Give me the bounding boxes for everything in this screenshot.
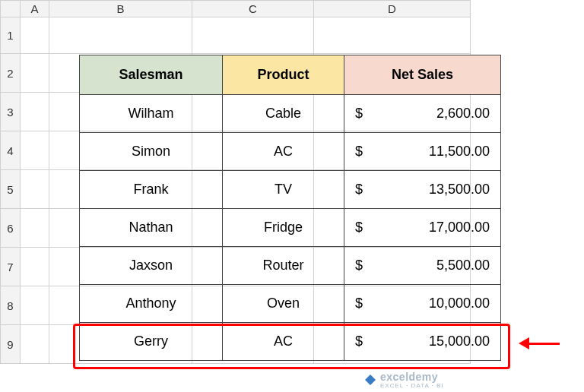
cell-product[interactable]: Router: [223, 247, 344, 285]
currency-symbol: $: [355, 182, 363, 198]
cell-netsales[interactable]: $11,500.00: [344, 133, 501, 171]
row-header-1[interactable]: 1: [1, 17, 21, 54]
header-salesman[interactable]: Salesman: [80, 55, 223, 95]
amount-value: 10,000.00: [429, 296, 490, 311]
cell-netsales[interactable]: $17,000.00: [344, 209, 501, 247]
table-row: Jaxson Router $5,500.00: [80, 247, 501, 285]
amount-value: 15,000.00: [429, 334, 490, 349]
cell[interactable]: [21, 209, 49, 248]
cell[interactable]: [314, 17, 471, 54]
cell-product[interactable]: Cable: [223, 95, 344, 133]
row-header-2[interactable]: 2: [1, 54, 21, 93]
cell[interactable]: [21, 93, 49, 131]
amount-value: 13,500.00: [429, 182, 490, 198]
cell-salesman[interactable]: Frank: [80, 171, 223, 209]
watermark-brand: exceldemy: [380, 371, 438, 383]
cell-netsales[interactable]: $13,500.00: [344, 171, 501, 209]
cell-netsales[interactable]: $2,600.00: [344, 95, 501, 133]
cell-product[interactable]: AC: [223, 133, 344, 171]
cell-netsales[interactable]: $15,000.00: [344, 323, 501, 361]
table-row: Anthony Oven $10,000.00: [80, 285, 501, 323]
col-header-B[interactable]: B: [49, 1, 192, 17]
table-row: Frank TV $13,500.00: [80, 171, 501, 209]
row-header-3[interactable]: 3: [1, 93, 21, 131]
currency-symbol: $: [355, 334, 363, 349]
amount-value: 2,600.00: [436, 106, 490, 122]
row-header-4[interactable]: 4: [1, 131, 21, 170]
table-row: Wilham Cable $2,600.00: [80, 95, 501, 133]
arrow-annotation: [519, 337, 560, 349]
cell-product[interactable]: Oven: [223, 285, 344, 323]
row-header-6[interactable]: 6: [1, 209, 21, 248]
watermark-tag: EXCEL · DATA · BI: [380, 383, 444, 389]
currency-symbol: $: [355, 220, 363, 236]
cell[interactable]: [49, 17, 192, 54]
cell[interactable]: [21, 54, 49, 93]
amount-value: 11,500.00: [429, 144, 490, 160]
arrow-shaft: [529, 343, 560, 345]
cell-salesman[interactable]: Wilham: [80, 95, 223, 133]
col-header-D[interactable]: D: [314, 1, 471, 17]
cell[interactable]: [21, 131, 49, 170]
watermark: exceldemy EXCEL · DATA · BI: [365, 371, 444, 389]
col-header-C[interactable]: C: [192, 1, 314, 17]
currency-symbol: $: [355, 258, 363, 273]
amount-value: 5,500.00: [436, 258, 490, 273]
diamond-icon: [365, 375, 376, 385]
arrow-left-icon: [519, 337, 529, 349]
row-header-9[interactable]: 9: [1, 325, 21, 364]
header-product[interactable]: Product: [223, 55, 344, 95]
cell-salesman[interactable]: Simon: [80, 133, 223, 171]
data-table: Salesman Product Net Sales Wilham Cable …: [79, 55, 501, 361]
cell-salesman[interactable]: Nathan: [80, 209, 223, 247]
currency-symbol: $: [355, 106, 363, 122]
cell[interactable]: [21, 170, 49, 209]
cell-salesman[interactable]: Jaxson: [80, 247, 223, 285]
col-header-A[interactable]: A: [21, 1, 49, 17]
currency-symbol: $: [355, 144, 363, 160]
cell-product[interactable]: Fridge: [223, 209, 344, 247]
table-row: Nathan Fridge $17,000.00: [80, 209, 501, 247]
cell[interactable]: [21, 325, 49, 364]
row-header-5[interactable]: 5: [1, 170, 21, 209]
row-header-8[interactable]: 8: [1, 286, 21, 325]
cell[interactable]: [21, 17, 49, 54]
header-netsales[interactable]: Net Sales: [344, 55, 501, 95]
cell-product[interactable]: AC: [223, 323, 344, 361]
currency-symbol: $: [355, 296, 363, 311]
cell-netsales[interactable]: $10,000.00: [344, 285, 501, 323]
select-all-corner[interactable]: [1, 1, 21, 17]
cell[interactable]: [21, 248, 49, 286]
cell-netsales[interactable]: $5,500.00: [344, 247, 501, 285]
table-row-highlighted: Gerry AC $15,000.00: [80, 323, 501, 361]
amount-value: 17,000.00: [429, 220, 490, 236]
cell-salesman[interactable]: Gerry: [80, 323, 223, 361]
cell[interactable]: [192, 17, 314, 54]
table-row: Simon AC $11,500.00: [80, 133, 501, 171]
cell-salesman[interactable]: Anthony: [80, 285, 223, 323]
table-header-row: Salesman Product Net Sales: [80, 55, 501, 95]
row-header-7[interactable]: 7: [1, 248, 21, 286]
cell[interactable]: [21, 286, 49, 325]
cell-product[interactable]: TV: [223, 171, 344, 209]
